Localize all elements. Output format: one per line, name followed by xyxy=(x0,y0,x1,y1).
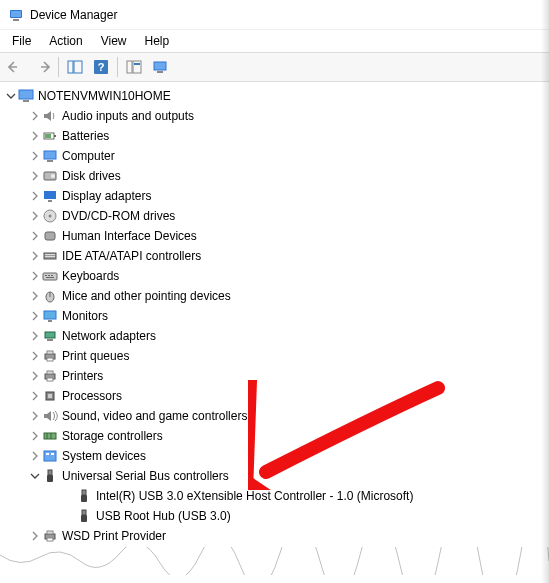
tree-category-node[interactable]: IDE ATA/ATAPI controllers xyxy=(0,246,549,266)
printqueue-icon xyxy=(42,348,58,364)
expander-icon[interactable] xyxy=(28,449,42,463)
expander-icon[interactable] xyxy=(28,249,42,263)
tree-node-label: USB Root Hub (USB 3.0) xyxy=(96,509,239,523)
tree-device-node[interactable]: USB Root Hub (USB 3.0) xyxy=(0,506,549,526)
tree-category-node[interactable]: Universal Serial Bus controllers xyxy=(0,466,549,486)
expander-icon[interactable] xyxy=(28,169,42,183)
svg-rect-28 xyxy=(45,256,55,257)
expander-icon[interactable] xyxy=(4,89,18,103)
tree-node-label: Batteries xyxy=(62,129,117,143)
menu-action[interactable]: Action xyxy=(41,32,90,50)
expander-icon[interactable] xyxy=(28,229,42,243)
sound-icon xyxy=(42,408,58,424)
tree-node-label: DVD/CD-ROM drives xyxy=(62,209,183,223)
tree-node-label: Disk drives xyxy=(62,169,129,183)
menu-view[interactable]: View xyxy=(93,32,135,50)
svg-rect-7 xyxy=(127,61,132,73)
tree-category-node[interactable]: Computer xyxy=(0,146,549,166)
tree-node-label: Network adapters xyxy=(62,329,164,343)
svg-rect-55 xyxy=(81,495,87,502)
toolbar-separator xyxy=(58,57,59,77)
tree-category-node[interactable]: Processors xyxy=(0,386,549,406)
cpu-icon xyxy=(42,388,58,404)
tree-category-node[interactable]: System devices xyxy=(0,446,549,466)
tree-root-node[interactable]: NOTENVMWIN10HOME xyxy=(0,86,549,106)
tree-node-label: Universal Serial Bus controllers xyxy=(62,469,237,483)
forward-button[interactable] xyxy=(30,55,54,79)
device-tree[interactable]: NOTENVMWIN10HOMEAudio inputs and outputs… xyxy=(0,82,549,583)
svg-rect-30 xyxy=(45,275,47,276)
window-title: Device Manager xyxy=(30,8,117,22)
expander-icon[interactable] xyxy=(28,529,42,543)
tree-category-node[interactable]: Human Interface Devices xyxy=(0,226,549,246)
toolbar-separator xyxy=(117,57,118,77)
expander-icon[interactable] xyxy=(28,149,42,163)
device-manager-window: Device Manager File Action View Help ? N… xyxy=(0,0,549,583)
tree-category-node[interactable]: Disk drives xyxy=(0,166,549,186)
svg-rect-11 xyxy=(157,71,163,73)
expander-icon[interactable] xyxy=(28,189,42,203)
svg-rect-38 xyxy=(45,332,55,338)
tree-node-label: WSD Print Provider xyxy=(62,529,174,543)
storage-icon xyxy=(42,428,58,444)
svg-rect-4 xyxy=(74,61,82,73)
tree-node-label: Sound, video and game controllers xyxy=(62,409,255,423)
expander-icon[interactable] xyxy=(28,429,42,443)
menu-help[interactable]: Help xyxy=(137,32,178,50)
tree-node-label: Monitors xyxy=(62,309,116,323)
tree-category-node[interactable]: Keyboards xyxy=(0,266,549,286)
battery-icon xyxy=(42,128,58,144)
tree-category-node[interactable]: Network adapters xyxy=(0,326,549,346)
tree-node-label: System devices xyxy=(62,449,154,463)
svg-rect-31 xyxy=(48,275,50,276)
expander-icon[interactable] xyxy=(28,289,42,303)
tree-category-node[interactable]: Display adapters xyxy=(0,186,549,206)
tree-node-label: Mice and other pointing devices xyxy=(62,289,239,303)
expander-icon[interactable] xyxy=(28,369,42,383)
expander-icon[interactable] xyxy=(28,209,42,223)
tree-category-node[interactable]: Print queues xyxy=(0,346,549,366)
show-hide-tree-button[interactable] xyxy=(63,55,87,79)
tree-category-node[interactable]: Sound, video and game controllers xyxy=(0,406,549,426)
tree-device-node[interactable]: Intel(R) USB 3.0 eXtensible Host Control… xyxy=(0,486,549,506)
properties-button[interactable] xyxy=(148,55,172,79)
menu-file[interactable]: File xyxy=(4,32,39,50)
tree-category-node[interactable]: Mice and other pointing devices xyxy=(0,286,549,306)
svg-point-24 xyxy=(49,215,52,218)
tree-category-node[interactable]: DVD/CD-ROM drives xyxy=(0,206,549,226)
svg-rect-25 xyxy=(45,232,55,240)
expander-icon[interactable] xyxy=(28,349,42,363)
mouse-icon xyxy=(42,288,58,304)
expander-icon[interactable] xyxy=(28,109,42,123)
svg-rect-53 xyxy=(47,475,53,482)
expander-icon[interactable] xyxy=(28,409,42,423)
expander-icon[interactable] xyxy=(28,329,42,343)
tree-category-node[interactable]: Storage controllers xyxy=(0,426,549,446)
ide-icon xyxy=(42,248,58,264)
expander-icon[interactable] xyxy=(28,389,42,403)
svg-rect-36 xyxy=(44,311,56,319)
monitor-icon xyxy=(42,308,58,324)
tree-category-node[interactable]: Printers xyxy=(0,366,549,386)
help-button[interactable]: ? xyxy=(89,55,113,79)
computer-icon xyxy=(42,148,58,164)
svg-rect-29 xyxy=(43,273,57,280)
tree-node-label: Computer xyxy=(62,149,123,163)
expander-icon[interactable] xyxy=(62,489,76,503)
tree-category-node[interactable]: Monitors xyxy=(0,306,549,326)
expander-icon[interactable] xyxy=(28,469,42,483)
tree-category-node[interactable]: Batteries xyxy=(0,126,549,146)
system-icon xyxy=(42,448,58,464)
scan-hardware-button[interactable] xyxy=(122,55,146,79)
expander-icon[interactable] xyxy=(62,509,76,523)
expander-icon[interactable] xyxy=(28,129,42,143)
back-button[interactable] xyxy=(4,55,28,79)
tree-category-node[interactable]: Audio inputs and outputs xyxy=(0,106,549,126)
svg-point-20 xyxy=(51,174,55,178)
tree-category-node[interactable]: WSD Print Provider xyxy=(0,526,549,546)
svg-rect-2 xyxy=(13,19,19,21)
tree-node-label: Keyboards xyxy=(62,269,127,283)
svg-rect-17 xyxy=(44,151,56,159)
expander-icon[interactable] xyxy=(28,309,42,323)
expander-icon[interactable] xyxy=(28,269,42,283)
